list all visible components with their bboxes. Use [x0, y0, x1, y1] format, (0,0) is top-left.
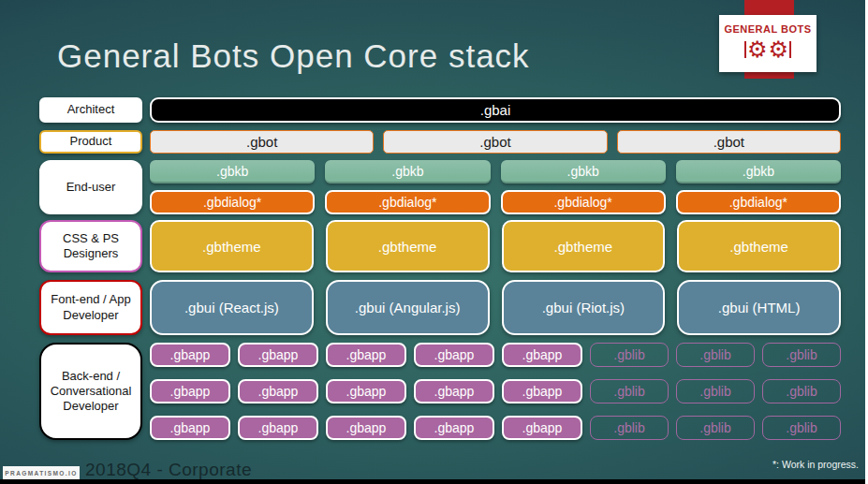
gbtheme-box: .gbtheme	[502, 220, 666, 272]
gbui-riot-box: .gbui (Riot.js)	[502, 280, 666, 335]
gbapp-box: .gbapp	[326, 416, 406, 440]
gblib-box: .gblib	[762, 379, 841, 403]
gbot-box: .gbot	[617, 130, 841, 154]
pragmatismo-logo: PRAGMATISMO.IO	[3, 466, 80, 479]
gblib-box: .gblib	[590, 379, 669, 403]
row-backend-1: .gbapp .gbapp .gbapp .gbapp .gbapp .gbli…	[150, 343, 841, 367]
gbapp-box: .gbapp	[238, 416, 318, 440]
gblib-box: .gblib	[676, 343, 755, 367]
row-label-product: Product	[39, 130, 142, 154]
gbapp-box: .gbapp	[150, 379, 230, 403]
gbapp-box: .gbapp	[414, 379, 494, 403]
gblib-box: .gblib	[590, 343, 669, 367]
gbapp-box: .gbapp	[238, 379, 318, 403]
slide-canvas: General Bots Open Core stack GENERAL BOT…	[0, 0, 868, 484]
gbdialog-box: .gbdialog*	[676, 190, 841, 214]
gbot-box: .gbot	[150, 130, 374, 154]
gbkb-box: .gbkb	[150, 160, 315, 183]
slide-footer-label: 2018Q4 - Corporate	[85, 460, 252, 480]
gbai-box: .gbai	[150, 97, 841, 123]
gblib-box: .gblib	[676, 416, 755, 440]
gblib-box: .gblib	[590, 416, 669, 440]
gbapp-box: .gbapp	[414, 416, 494, 440]
slide-title: General Bots Open Core stack	[57, 37, 530, 75]
gbtheme-box: .gbtheme	[150, 220, 314, 272]
general-bots-logo: GENERAL BOTS ⚙⚙	[719, 15, 817, 72]
gbapp-box: .gbapp	[238, 343, 318, 367]
gbot-box: .gbot	[383, 130, 607, 154]
gear-icon: ⚙	[747, 37, 768, 62]
row-gbui: .gbui (React.js) .gbui (Angular.js) .gbu…	[150, 280, 841, 335]
gbui-angular-box: .gbui (Angular.js)	[326, 280, 490, 335]
gblib-box: .gblib	[762, 343, 841, 367]
gbapp-box: .gbapp	[326, 343, 406, 367]
gears-icon: ⚙⚙	[744, 36, 791, 64]
gbapp-box: .gbapp	[502, 416, 582, 440]
row-gbdialog: .gbdialog* .gbdialog* .gbdialog* .gbdial…	[150, 190, 841, 214]
gbtheme-box: .gbtheme	[326, 220, 490, 272]
gbui-html-box: .gbui (HTML)	[677, 280, 841, 335]
gear-bar-left	[744, 41, 746, 58]
gear-bar-right	[789, 41, 791, 58]
gblib-box: .gblib	[762, 416, 841, 440]
gbdialog-box: .gbdialog*	[325, 190, 490, 214]
row-label-css-ps-designers: CSS & PS Designers	[39, 220, 142, 272]
row-label-architect: Architect	[39, 97, 142, 123]
row-product: .gbot .gbot .gbot	[150, 130, 841, 154]
row-label-end-user: End-user	[39, 160, 142, 214]
gbkb-box: .gbkb	[325, 160, 490, 183]
row-gbtheme: .gbtheme .gbtheme .gbtheme .gbtheme	[150, 220, 841, 272]
row-architect: .gbai	[150, 97, 841, 123]
gbapp-box: .gbapp	[502, 379, 582, 403]
gbdialog-box: .gbdialog*	[501, 190, 666, 214]
gbapp-box: .gbapp	[502, 343, 582, 367]
gbapp-box: .gbapp	[150, 416, 230, 440]
gbapp-box: .gbapp	[326, 379, 406, 403]
work-in-progress-note: *: Work in progress.	[772, 459, 859, 470]
gbdialog-box: .gbdialog*	[150, 190, 315, 214]
gbkb-box: .gbkb	[676, 160, 841, 183]
gbtheme-box: .gbtheme	[677, 220, 841, 272]
gbkb-box: .gbkb	[501, 160, 666, 183]
row-backend-2: .gbapp .gbapp .gbapp .gbapp .gbapp .gbli…	[150, 379, 841, 403]
row-label-frontend-app-developer: Font-end / App Developer	[39, 280, 142, 335]
row-backend-3: .gbapp .gbapp .gbapp .gbapp .gbapp .gbli…	[150, 416, 841, 440]
gbui-react-box: .gbui (React.js)	[150, 280, 314, 335]
gbapp-box: .gbapp	[150, 343, 230, 367]
row-label-backend-conversational-developer: Back-end / Conversational Developer	[39, 343, 142, 440]
gbapp-box: .gbapp	[414, 343, 494, 367]
row-gbkb: .gbkb .gbkb .gbkb .gbkb	[150, 160, 841, 183]
gblib-box: .gblib	[676, 379, 755, 403]
gear-icon: ⚙	[769, 37, 789, 62]
logo-brand-text: GENERAL BOTS	[724, 23, 811, 35]
